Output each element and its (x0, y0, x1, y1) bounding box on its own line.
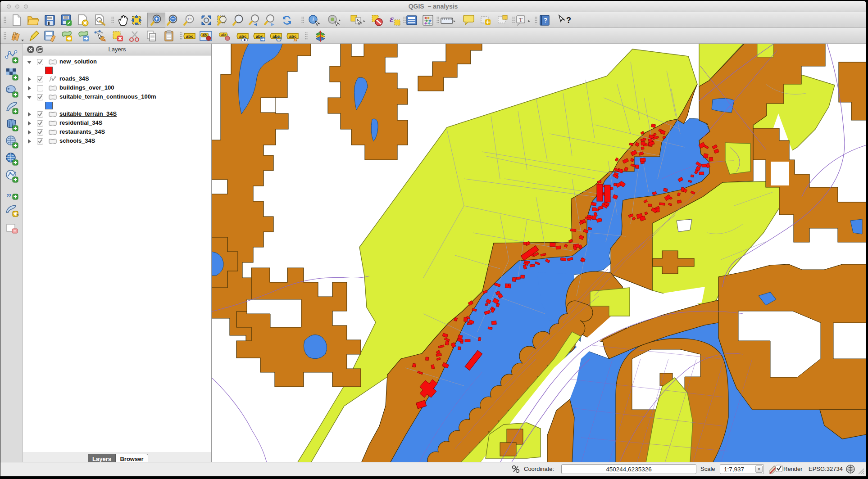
svg-text:,,: ,, (7, 187, 11, 197)
svg-text:ab: ab (221, 32, 226, 37)
svg-text:?: ? (566, 16, 571, 25)
svg-text:abc: abc (273, 34, 280, 39)
svg-text:1:1: 1:1 (187, 18, 192, 21)
svg-text:abc: abc (186, 34, 193, 39)
svg-text:ε: ε (390, 14, 394, 24)
svg-text:T: T (519, 16, 523, 23)
svg-text:ab: ab (202, 33, 207, 37)
svg-text:?: ? (544, 17, 548, 24)
svg-text:i: i (312, 16, 314, 23)
svg-text:abc: abc (239, 34, 246, 39)
